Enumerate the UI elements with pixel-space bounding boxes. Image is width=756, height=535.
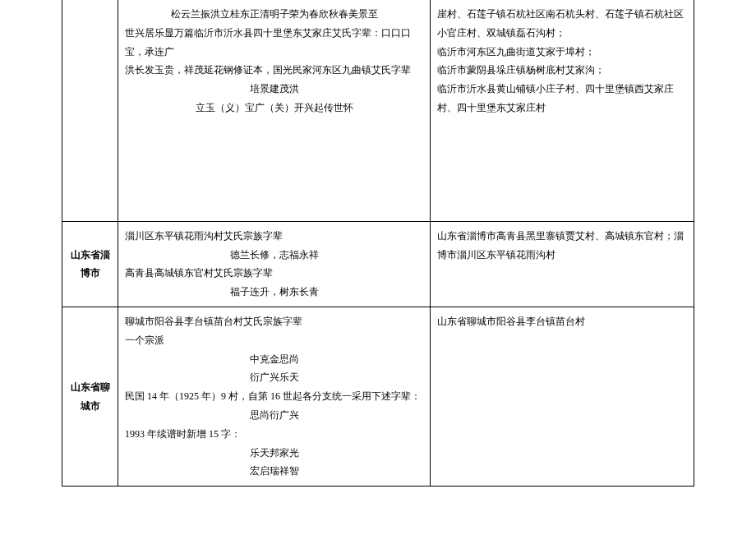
text-line: 临沂市河东区九曲街道艾家于埠村； <box>437 43 687 62</box>
text-line: 中克金思尚 <box>125 350 423 369</box>
text-line: 民国 14 年（1925 年）9 村，自第 16 世起各分支统一采用下述字辈： <box>125 387 423 406</box>
text-line: 德兰长修，志福永祥 <box>125 246 423 265</box>
text-line: 培景建茂洪 <box>125 80 423 99</box>
text-line: 乐天邦家光 <box>125 444 423 463</box>
text-line: 临沂市蒙阴县垛庄镇杨树底村艾家沟； <box>437 61 687 80</box>
middle-cell-1: 淄川区东平镇花雨沟村艾氏宗族字辈 德兰长修，志福永祥 高青县高城镇东官村艾氏宗族… <box>118 221 431 307</box>
text-line: 立玉（义）宝广（关）开兴起传世怀 <box>125 99 423 118</box>
text-line: 一个宗派 <box>125 331 423 350</box>
text-line: 福子连升，树东长青 <box>125 283 423 302</box>
text-line: 世兴居乐显万篇临沂市沂水县四十里堡东艾家庄艾氏字辈：口口口宝，承连广 <box>125 24 423 62</box>
middle-cell-0: 松云兰振洪立桂东正清明子荣为春欣秋春美景至 世兴居乐显万篇临沂市沂水县四十里堡东… <box>118 0 431 221</box>
text-line: 衍广兴乐天 <box>125 368 423 387</box>
region-cell-2: 山东省聊城市 <box>62 307 118 486</box>
text-line: 宏启瑞祥智 <box>125 462 423 481</box>
right-cell-1: 山东省淄博市高青县黑里寨镇贾艾村、高城镇东官村；淄博市淄川区东平镇花雨沟村 <box>431 221 694 307</box>
text-line: 1993 年续谱时新增 15 字： <box>125 425 423 444</box>
region-cell-0 <box>62 0 118 221</box>
text-line: 聊城市阳谷县李台镇苗台村艾氏宗族字辈 <box>125 312 423 331</box>
text-line: 洪长发玉贵，祥茂延花钢修证本，国光民家河东区九曲镇艾氏字辈 <box>125 61 423 80</box>
genealogy-table: 松云兰振洪立桂东正清明子荣为春欣秋春美景至 世兴居乐显万篇临沂市沂水县四十里堡东… <box>62 0 694 487</box>
right-cell-0: 崖村、石莲子镇石杭社区南石杭头村、石莲子镇石杭社区小官庄村、双城镇磊石沟村； 临… <box>431 0 694 221</box>
text-line: 崖村、石莲子镇石杭社区南石杭头村、石莲子镇石杭社区小官庄村、双城镇磊石沟村； <box>437 5 687 43</box>
middle-cell-2: 聊城市阳谷县李台镇苗台村艾氏宗族字辈 一个宗派 中克金思尚 衍广兴乐天 民国 1… <box>118 307 431 486</box>
region-cell-1: 山东省淄博市 <box>62 221 118 307</box>
text-line: 山东省聊城市阳谷县李台镇苗台村 <box>437 312 687 331</box>
text-line: 思尚衍广兴 <box>125 406 423 425</box>
text-line: 松云兰振洪立桂东正清明子荣为春欣秋春美景至 <box>125 5 423 24</box>
text-line: 淄川区东平镇花雨沟村艾氏宗族字辈 <box>125 227 423 246</box>
text-line: 临沂市沂水县黄山铺镇小庄子村、四十里堡镇西艾家庄村、四十里堡东艾家庄村 <box>437 80 687 118</box>
text-line: 山东省淄博市高青县黑里寨镇贾艾村、高城镇东官村；淄博市淄川区东平镇花雨沟村 <box>437 227 687 265</box>
right-cell-2: 山东省聊城市阳谷县李台镇苗台村 <box>431 307 694 486</box>
text-line: 高青县高城镇东官村艾氏宗族字辈 <box>125 264 423 283</box>
